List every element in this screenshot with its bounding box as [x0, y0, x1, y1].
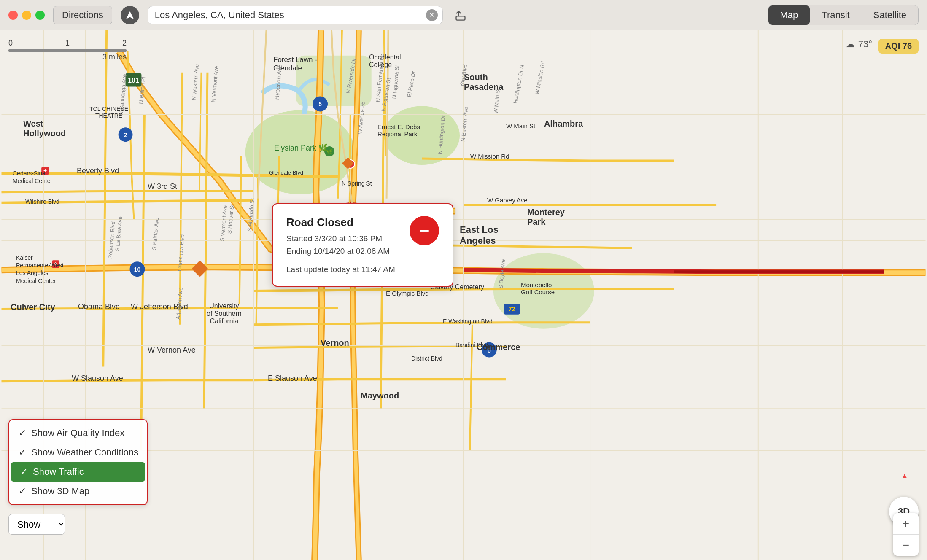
- svg-text:101: 101: [128, 77, 139, 84]
- svg-text:🌿: 🌿: [326, 148, 333, 155]
- svg-text:5: 5: [318, 101, 322, 108]
- popup-started: Started 3/3/20 at 10:36 PM: [286, 234, 382, 243]
- scale-line: [8, 49, 127, 52]
- compass-arrow: ▲: [901, 472, 908, 479]
- zoom-out-button[interactable]: −: [893, 535, 919, 556]
- scale-unit: 3 miles: [8, 53, 127, 62]
- svg-text:+: +: [54, 260, 57, 267]
- arrow-icon: [125, 11, 135, 20]
- scale-0: 0: [8, 39, 13, 48]
- zoom-in-button[interactable]: +: [893, 513, 919, 534]
- show-dropdown-container: Show: [8, 514, 65, 535]
- layer-weather-label: Show Weather Conditions: [31, 447, 138, 458]
- close-button[interactable]: [8, 11, 18, 20]
- satellite-mode-button[interactable]: Satellite: [862, 5, 918, 25]
- layer-aqi-label: Show Air Quality Index: [31, 428, 124, 439]
- share-button[interactable]: [451, 6, 470, 24]
- popup-ending: Ending 10/14/20 at 02:08 AM: [286, 247, 390, 256]
- aqi-check: ✓: [18, 428, 27, 439]
- search-bar: ✕: [148, 6, 443, 24]
- layer-item-3d[interactable]: ✓ Show 3D Map: [9, 482, 147, 501]
- popup-content: Road Closed Started 3/3/20 at 10:36 PM E…: [286, 216, 401, 274]
- weather-icon: ☁: [846, 39, 855, 50]
- layer-item-weather[interactable]: ✓ Show Weather Conditions: [9, 443, 147, 462]
- traffic-check: ✓: [19, 466, 29, 477]
- layer-item-aqi[interactable]: ✓ Show Air Quality Index: [9, 423, 147, 443]
- compass-north: ▲: [901, 472, 908, 479]
- road-closed-icon: [410, 216, 439, 245]
- map-mode-button[interactable]: Map: [768, 5, 810, 25]
- layer-options-panel: ✓ Show Air Quality Index ✓ Show Weather …: [8, 419, 148, 505]
- scale-bar: 0 1 2 3 miles: [8, 39, 127, 62]
- map-container[interactable]: 101 5 10 10 5 2 5 72 + + 🌿: [0, 30, 927, 560]
- map-mode-buttons: Map Transit Satellite: [768, 5, 919, 25]
- zoom-controls: + −: [893, 513, 919, 556]
- 3d-check: ✓: [18, 486, 27, 497]
- weather-check: ✓: [18, 447, 27, 458]
- aqi-badge: AQI 76: [878, 39, 919, 54]
- transit-mode-button[interactable]: Transit: [810, 5, 861, 25]
- scale-1: 1: [65, 39, 70, 48]
- svg-rect-0: [456, 16, 465, 20]
- show-dropdown[interactable]: Show: [8, 514, 65, 535]
- share-icon: [455, 9, 466, 21]
- scale-2: 2: [122, 39, 127, 48]
- maximize-button[interactable]: [35, 11, 45, 20]
- search-input[interactable]: [148, 6, 443, 24]
- popup-update: Last update today at 11:47 AM: [286, 265, 401, 274]
- weather-info: ☁ 73°: [846, 39, 872, 50]
- window-controls: [8, 11, 45, 20]
- svg-text:72: 72: [509, 306, 515, 312]
- svg-text:10: 10: [134, 266, 141, 273]
- titlebar: Directions ✕ Map Transit Satellite: [0, 0, 927, 30]
- popup-dates: Started 3/3/20 at 10:36 PM Ending 10/14/…: [286, 232, 401, 258]
- layer-item-traffic[interactable]: ✓ Show Traffic: [11, 462, 145, 482]
- popup-title: Road Closed: [286, 216, 401, 229]
- svg-text:5: 5: [488, 347, 491, 354]
- svg-text:+: +: [43, 167, 47, 174]
- svg-text:2: 2: [124, 132, 127, 138]
- directions-button[interactable]: Directions: [53, 6, 112, 24]
- temperature: 73°: [858, 39, 872, 50]
- layer-3d-label: Show 3D Map: [31, 486, 89, 497]
- layer-traffic-label: Show Traffic: [33, 466, 84, 477]
- compass: ▲: [894, 465, 915, 486]
- minimize-button[interactable]: [22, 11, 31, 20]
- road-closed-popup: Road Closed Started 3/3/20 at 10:36 PM E…: [272, 203, 453, 287]
- location-icon[interactable]: [121, 6, 139, 24]
- search-clear-button[interactable]: ✕: [426, 9, 438, 21]
